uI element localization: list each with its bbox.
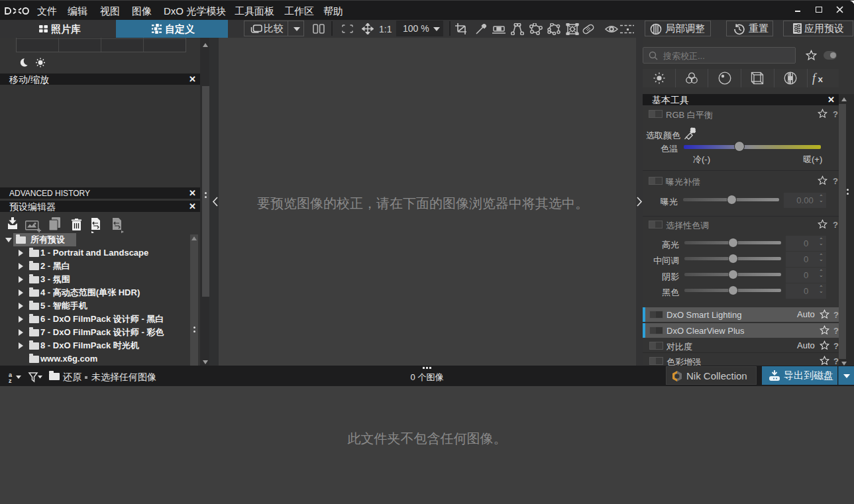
svg-text:f: f bbox=[812, 72, 818, 85]
svg-text:x: x bbox=[818, 74, 824, 84]
